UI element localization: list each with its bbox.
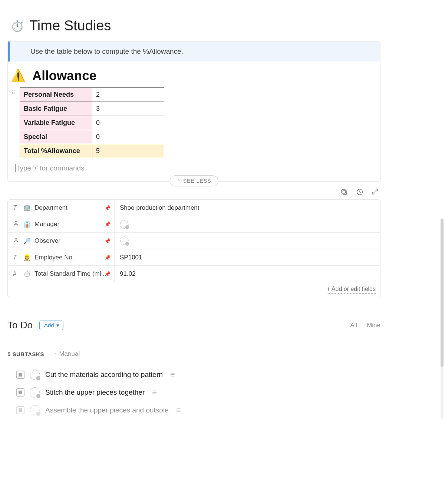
subtask-row: Stitch the upper pieces together ≡ xyxy=(7,384,380,401)
arrow-up-icon: ↑ xyxy=(55,351,57,357)
allowance-label[interactable]: Personal Needs xyxy=(20,88,92,102)
text-field-icon: T xyxy=(13,204,20,212)
allowance-value[interactable]: 2 xyxy=(92,88,164,102)
table-row: Basic Fatigue 3 xyxy=(20,102,164,116)
property-value[interactable] xyxy=(115,233,380,249)
description-icon[interactable]: ≡ xyxy=(176,405,181,415)
tab-mine[interactable]: Mine xyxy=(367,322,380,329)
assign-person-icon[interactable] xyxy=(120,220,129,229)
checkbox[interactable] xyxy=(16,388,24,397)
allowance-value[interactable]: 0 xyxy=(92,116,164,130)
property-label[interactable]: T 👷 Employee No. 📌 xyxy=(8,249,115,265)
add-subtask-button[interactable]: Add ▾ xyxy=(39,321,63,330)
allowance-table: Personal Needs 2 Basic Fatigue 3 Variabl… xyxy=(20,87,164,158)
allowance-value[interactable]: 0 xyxy=(92,130,164,144)
assignee-icon[interactable] xyxy=(30,405,40,415)
table-row: Special 0 xyxy=(20,130,164,144)
info-callout: Use the table below to compute the %Allo… xyxy=(8,42,380,62)
tab-all[interactable]: All xyxy=(350,322,357,329)
property-value[interactable]: 91.02 xyxy=(115,266,380,282)
see-less-button[interactable]: ⌃SEE LESS xyxy=(170,175,218,186)
property-label[interactable]: 🔎 Observer 📌 xyxy=(8,233,115,249)
allowance-total-label[interactable]: Total %Allowance xyxy=(20,144,92,158)
checkbox[interactable] xyxy=(16,371,24,379)
expand-icon[interactable] xyxy=(372,188,378,196)
property-label[interactable]: T 🏢 Department 📌 xyxy=(8,200,115,216)
property-value[interactable]: Shoe production department xyxy=(115,200,380,216)
drag-handle-icon[interactable]: ⠿ xyxy=(11,90,14,96)
history-icon[interactable] xyxy=(356,188,363,196)
person-field-icon xyxy=(13,220,20,228)
magnifier-icon: 🔎 xyxy=(23,238,31,245)
description-icon[interactable]: ≡ xyxy=(170,370,175,379)
property-row-employee-no: T 👷 Employee No. 📌 SP1001 xyxy=(8,249,380,266)
property-label[interactable]: 👔 Manager 📌 xyxy=(8,216,115,232)
checkbox[interactable] xyxy=(16,406,24,414)
command-input[interactable]: Type '/' for commands xyxy=(8,158,380,172)
subtask-row: Cut the materials according to pattern ≡ xyxy=(7,366,380,384)
pin-icon[interactable]: 📌 xyxy=(104,205,111,211)
callout-text: Use the table below to compute the %Allo… xyxy=(30,47,183,55)
table-row: Variable Fatigue 0 xyxy=(20,116,164,130)
pin-icon[interactable]: 📌 xyxy=(104,255,111,261)
allowance-heading: Allowance xyxy=(32,68,96,83)
copy-icon[interactable] xyxy=(340,188,348,196)
property-row-standard-time: # ⏱️ Total Standard Time (mi... 📌 91.02 xyxy=(8,266,380,282)
pin-icon[interactable]: 📌 xyxy=(104,238,111,244)
allowance-value[interactable]: 3 xyxy=(92,102,164,116)
stopwatch-icon: ⏱️ xyxy=(10,20,24,32)
property-row-manager: 👔 Manager 📌 xyxy=(8,216,380,233)
number-field-icon: # xyxy=(13,270,20,278)
table-row: Personal Needs 2 xyxy=(20,88,164,102)
pin-icon[interactable]: 📌 xyxy=(104,221,111,227)
page-title: Time Studies xyxy=(29,18,111,34)
subtask-count: 5 SUBTASKS xyxy=(7,351,44,357)
allowance-total-value[interactable]: 5 xyxy=(92,144,164,158)
allowance-label[interactable]: Special xyxy=(20,130,92,144)
assign-person-icon[interactable] xyxy=(120,236,129,245)
property-row-observer: 🔎 Observer 📌 xyxy=(8,233,380,249)
property-label[interactable]: # ⏱️ Total Standard Time (mi... 📌 xyxy=(8,266,115,282)
subtask-title[interactable]: Assemble the upper pieces and outsole xyxy=(45,406,169,414)
warning-icon: ⚠️ xyxy=(11,69,26,83)
sort-button[interactable]: ↑ Manual xyxy=(55,350,80,358)
assignee-icon[interactable] xyxy=(30,369,40,380)
svg-point-4 xyxy=(15,238,17,240)
property-value[interactable] xyxy=(115,216,380,232)
properties-panel: T 🏢 Department 📌 Shoe production departm… xyxy=(7,199,380,297)
property-value[interactable]: SP1001 xyxy=(115,249,380,265)
person-field-icon xyxy=(13,237,20,245)
subtask-row: Assemble the upper pieces and outsole ≡ xyxy=(7,401,380,419)
chevron-down-icon: ▾ xyxy=(56,322,59,329)
svg-rect-1 xyxy=(342,189,345,193)
allowance-label[interactable]: Variable Fatigue xyxy=(20,116,92,130)
text-field-icon: T xyxy=(13,254,20,261)
building-icon: 🏢 xyxy=(23,204,31,211)
table-row-total: Total %Allowance 5 xyxy=(20,144,164,158)
worker-icon: 👷 xyxy=(23,254,31,261)
pin-icon[interactable]: 📌 xyxy=(104,271,111,277)
todo-heading: To Do xyxy=(7,319,33,331)
content-card: Use the table below to compute the %Allo… xyxy=(7,41,380,182)
scrollbar[interactable] xyxy=(441,219,444,419)
stopwatch-icon: ⏱️ xyxy=(23,270,31,277)
manager-icon: 👔 xyxy=(23,221,31,228)
property-row-department: T 🏢 Department 📌 Shoe production departm… xyxy=(8,200,380,216)
svg-rect-0 xyxy=(343,191,347,195)
subtask-title[interactable]: Cut the materials according to pattern xyxy=(45,371,163,379)
subtask-title[interactable]: Stitch the upper pieces together xyxy=(45,388,145,397)
add-fields-button[interactable]: + Add or edit fields xyxy=(327,285,376,294)
assignee-icon[interactable] xyxy=(30,387,40,398)
svg-point-3 xyxy=(15,221,17,223)
description-icon[interactable]: ≡ xyxy=(152,388,156,397)
chevron-up-icon: ⌃ xyxy=(177,179,181,184)
allowance-label[interactable]: Basic Fatigue xyxy=(20,102,92,116)
